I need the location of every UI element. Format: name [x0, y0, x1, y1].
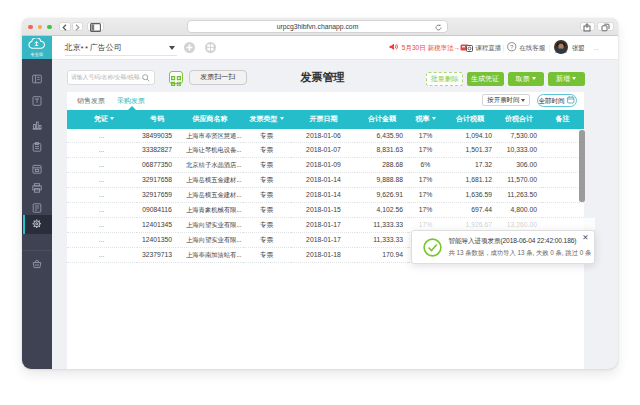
svg-text:?: ?	[510, 43, 514, 50]
